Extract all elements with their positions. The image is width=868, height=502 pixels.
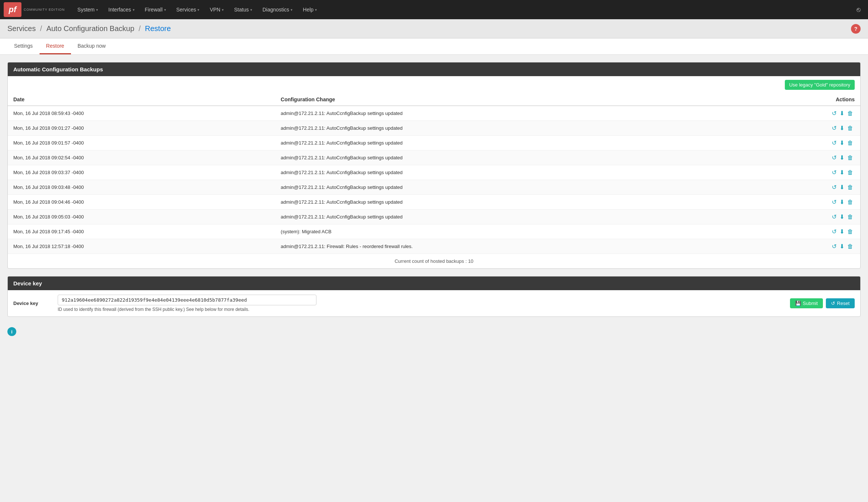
download-button[interactable]: ⬇ [838,124,846,132]
delete-button[interactable]: 🗑 [846,124,855,132]
device-key-header: Device key [8,277,860,290]
chevron-down-icon: ▾ [133,8,135,12]
cell-actions: ↺⬇🗑 [744,106,860,121]
delete-button[interactable]: 🗑 [846,109,855,118]
cell-change: admin@172.21.2.11: AutoCcnfigBackup sett… [275,165,744,180]
cell-date: Mon, 16 Jul 2018 09:03:48 -0400 [8,180,275,195]
reset-button[interactable]: ↺ Reset [826,298,855,308]
download-button[interactable]: ⬇ [838,109,846,118]
cell-change: admin@172.21.2.11: AutoCcnfigBackup sett… [275,136,744,150]
brand: pf COMMUNITY EDITION [4,2,65,17]
delete-button[interactable]: 🗑 [846,154,855,162]
backups-section-header: Automatic Configuration Backups [8,62,860,76]
download-button[interactable]: ⬇ [838,139,846,147]
tabs-container: Settings Restore Backup now [0,38,868,55]
nav-vpn[interactable]: VPN ▾ [204,0,229,19]
delete-button[interactable]: 🗑 [846,213,855,221]
chevron-down-icon: ▾ [96,8,98,12]
restore-button[interactable]: ↺ [830,109,838,118]
cell-change: admin@172.21.2.11: AutoCcnfigBackup sett… [275,106,744,121]
delete-button[interactable]: 🗑 [846,228,855,236]
cell-actions: ↺⬇🗑 [744,180,860,195]
tab-restore[interactable]: Restore [40,38,71,54]
restore-button[interactable]: ↺ [830,183,838,191]
delete-button[interactable]: 🗑 [846,198,855,206]
chevron-down-icon: ▾ [315,8,317,12]
device-key-row: Device key ID used to identify this fire… [8,290,860,316]
download-button[interactable]: ⬇ [838,213,846,221]
table-toolbar: Use legacy "Gold" repository [8,76,860,94]
breadcrumb-acb[interactable]: Auto Configuration Backup [46,24,134,33]
nav-system[interactable]: System ▾ [72,0,103,19]
info-icon[interactable]: i [7,327,16,336]
delete-button[interactable]: 🗑 [846,169,855,177]
chevron-down-icon: ▾ [250,8,252,12]
cell-date: Mon, 16 Jul 2018 09:04:46 -0400 [8,195,275,210]
cell-date: Mon, 16 Jul 2018 09:05:03 -0400 [8,210,275,224]
pfsense-logo: pf [4,2,21,17]
cell-date: Mon, 16 Jul 2018 12:57:18 -0400 [8,239,275,254]
cell-change: admin@172.21.2.11: AutoCcnfigBackup sett… [275,121,744,136]
nav-firewall[interactable]: Firewall ▾ [140,0,171,19]
cell-change: admin@172.21.2.11: AutoCcnfigBackup sett… [275,180,744,195]
restore-button[interactable]: ↺ [830,168,838,177]
nav-diagnostics[interactable]: Diagnostics ▾ [257,0,298,19]
restore-button[interactable]: ↺ [830,139,838,147]
cell-change: admin@172.21.2.11: Firewall: Rules - reo… [275,239,744,254]
chevron-down-icon: ▾ [222,8,224,12]
breadcrumb-sep-2: / [139,24,143,33]
restore-button[interactable]: ↺ [830,227,838,236]
cell-date: Mon, 16 Jul 2018 08:59:43 -0400 [8,106,275,121]
delete-button[interactable]: 🗑 [846,242,855,251]
chevron-down-icon: ▾ [164,8,166,12]
restore-button[interactable]: ↺ [830,242,838,251]
tab-settings[interactable]: Settings [7,38,40,54]
cell-actions: ↺⬇🗑 [744,165,860,180]
backups-section-body: Use legacy "Gold" repository Date Config… [8,76,860,268]
nav-services[interactable]: Services ▾ [171,0,205,19]
table-row: Mon, 16 Jul 2018 09:04:46 -0400admin@172… [8,195,860,210]
download-button[interactable]: ⬇ [838,183,846,191]
restore-button[interactable]: ↺ [830,213,838,221]
submit-button[interactable]: 💾 Submit [790,298,823,308]
delete-button[interactable]: 🗑 [846,139,855,147]
restore-button[interactable]: ↺ [830,198,838,206]
chevron-down-icon: ▾ [291,8,292,12]
nav-interfaces[interactable]: Interfaces ▾ [103,0,139,19]
breadcrumb-sep-1: / [40,24,44,33]
cell-date: Mon, 16 Jul 2018 09:17:45 -0400 [8,224,275,239]
cell-change: admin@172.21.2.11: AutoCcnfigBackup sett… [275,210,744,224]
download-button[interactable]: ⬇ [838,168,846,177]
breadcrumb-area: Services / Auto Configuration Backup / R… [0,19,868,38]
download-button[interactable]: ⬇ [838,227,846,236]
table-row: Mon, 16 Jul 2018 09:01:27 -0400admin@172… [8,121,860,136]
cell-actions: ↺⬇🗑 [744,121,860,136]
table-row: Mon, 16 Jul 2018 09:03:37 -0400admin@172… [8,165,860,180]
download-button[interactable]: ⬇ [838,198,846,206]
cell-date: Mon, 16 Jul 2018 09:02:54 -0400 [8,150,275,165]
nav-items: System ▾ Interfaces ▾ Firewall ▾ Service… [72,0,853,19]
device-key-input[interactable] [58,295,316,305]
nav-status[interactable]: Status ▾ [229,0,257,19]
chevron-down-icon: ▾ [197,8,199,12]
info-footer: i [7,324,861,339]
legacy-gold-button[interactable]: Use legacy "Gold" repository [785,80,855,90]
cell-date: Mon, 16 Jul 2018 09:01:57 -0400 [8,136,275,150]
restore-button[interactable]: ↺ [830,153,838,162]
table-row: Mon, 16 Jul 2018 09:05:03 -0400admin@172… [8,210,860,224]
delete-button[interactable]: 🗑 [846,183,855,191]
download-button[interactable]: ⬇ [838,242,846,251]
external-link-icon[interactable]: ⎋ [853,6,864,14]
nav-help[interactable]: Help ▾ [298,0,322,19]
brand-subtitle: COMMUNITY EDITION [24,8,65,12]
download-button[interactable]: ⬇ [838,153,846,162]
col-date: Date [8,94,275,106]
breadcrumb-services[interactable]: Services [7,24,36,33]
device-key-section: Device key Device key ID used to identif… [7,276,861,317]
cell-actions: ↺⬇🗑 [744,210,860,224]
breadcrumb-restore: Restore [145,24,171,33]
help-icon[interactable]: ? [851,24,861,34]
restore-button[interactable]: ↺ [830,124,838,132]
tab-backup-now[interactable]: Backup now [71,38,112,54]
navbar: pf COMMUNITY EDITION System ▾ Interfaces… [0,0,868,19]
